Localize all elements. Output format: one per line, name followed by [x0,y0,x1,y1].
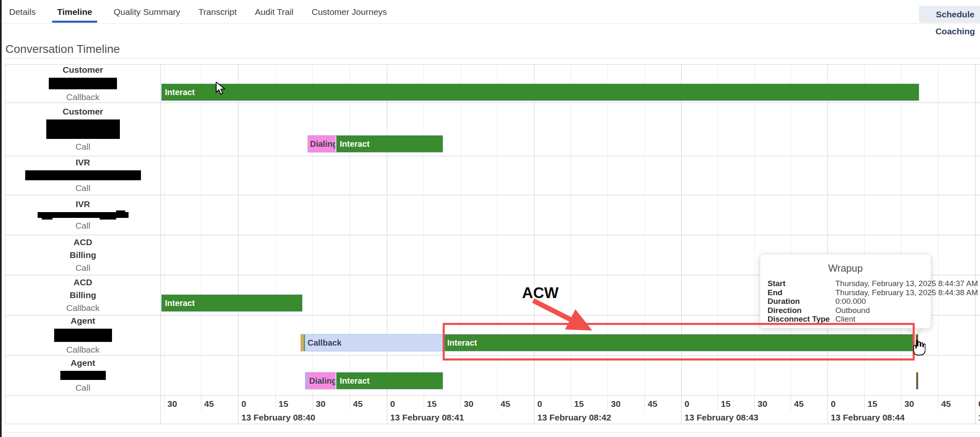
axis-tick-line [938,395,938,410]
axis-tick-line [864,395,865,410]
segment-dialing-dialing[interactable]: Dialing [308,135,336,153]
segment-dialing-dialing[interactable]: Dialing [307,372,336,389]
axis-tick-line [350,395,350,410]
axis-tick-label: 45 [794,399,804,409]
media-type-label: Callback [66,92,100,102]
tooltip-field-value: Thursday, February 13, 2025 8:44:37 AM [835,279,978,288]
redacted-participant-name [38,212,129,218]
segment-label: Interact [162,298,195,308]
axis-tick-line [238,395,238,424]
axis-tick-label: 30 [464,399,473,409]
conversation-detail-page: DetailsTimelineQuality SummaryTranscript… [0,0,980,437]
axis-tick-line [497,395,498,410]
media-type-label: Call [75,142,90,152]
segment-wrapup[interactable] [916,372,918,389]
segment-alerting[interactable] [300,334,303,351]
media-type-label: Call [75,221,90,231]
axis-tick-label: 45 [501,399,510,409]
tooltip-row: DirectionOutbound [768,306,923,315]
tooltip-field-value: Thursday, February 13, 2025 8:44:38 AM [835,288,978,297]
gridline [238,64,238,395]
media-type-label: Call [75,183,90,193]
wrapup-tooltip: Wrapup StartThursday, February 13, 2025 … [760,254,931,329]
axis-tick-label: 15 [868,399,877,409]
mouse-cursor-icon [215,82,226,95]
row-label-acd-billing-callback: ACDBillingCallback [5,275,160,315]
tooltip-row: Disconnect TypeClient [768,315,923,324]
tooltip-field-label: Duration [768,297,835,306]
tooltip-row: StartThursday, February 13, 2025 8:44:37… [768,279,923,288]
gridline [201,64,201,395]
row-label-customer-callback: CustomerCallback [5,64,160,103]
axis-tick-label: 0 [978,399,980,409]
axis-date-label: 13 February 08:44 [831,413,905,423]
participant-name: ACD [74,237,93,247]
axis-tick-label: 30 [904,399,914,409]
axis-tick-line [901,395,901,410]
tooltip-field-label: End [768,288,835,297]
participant-name: Billing [69,250,96,260]
axis-tick-line [827,395,828,424]
axis-tick-label: 0 [241,399,246,409]
participant-name: ACD [74,277,93,287]
row-label-agent-call: AgentCall [5,355,160,395]
segment-interact-interact[interactable]: Interact [161,84,919,101]
redacted-text-fragment [100,217,116,220]
segment-interact-interact[interactable]: Interact [336,372,443,389]
tooltip-field-value: 0:00.000 [835,297,866,306]
table-border [160,64,161,424]
segment-label: Interact [444,338,477,348]
axis-tick-label: 30 [316,399,325,409]
participant-name: Billing [69,290,96,300]
axis-tick-label: 30 [167,399,177,409]
participant-name: Customer [62,65,103,75]
tooltip-row: Duration0:00.000 [768,297,923,306]
axis-tick-label: 30 [611,399,620,409]
axis-tick-label: 15 [574,399,584,409]
media-type-label: Call [75,263,90,273]
segment-label: Dialing [307,376,336,386]
axis-tick-line [608,395,608,410]
axis-date-label: 13 February 08:40 [241,413,315,423]
axis-tick-label: 45 [941,399,951,409]
segment-label: Callback [305,338,341,348]
redacted-text-fragment [42,217,52,220]
segment-interact-interact[interactable]: Interact [161,294,303,312]
participant-name: Agent [71,316,95,326]
axis-tick-label: 45 [204,399,214,409]
segment-callback-callback[interactable]: Callback [305,334,443,351]
axis-tick-line [754,395,755,410]
segment-label: Dialing [308,139,336,149]
segment-interact-interact[interactable]: Interact [444,334,915,351]
axis-tick-line [201,395,201,410]
axis-tick-line [681,395,682,424]
axis-tick-label: 0 [684,399,689,409]
tooltip-row: EndThursday, February 13, 2025 8:44:38 A… [768,288,923,297]
segment-label: Interact [162,88,195,97]
media-type-label: Callback [66,345,100,355]
hand-cursor-icon [911,339,925,356]
tooltip-title: Wrapup [768,263,923,274]
participant-name: Customer [62,107,103,117]
row-label-customer-call: CustomerCall [5,103,160,156]
gridline [975,64,975,395]
axis-tick-line [571,395,571,410]
gridline [164,64,165,395]
segment-label: Interact [336,376,370,386]
tooltip-field-value: Client [835,315,856,324]
axis-tick-line [275,395,276,410]
participant-name: IVR [76,199,90,209]
axis-tick-line [534,395,534,424]
media-type-label: Callback [66,303,100,313]
axis-date-label: 13 February 08:41 [390,413,464,423]
redacted-participant-name [46,119,120,139]
axis-tick-line [644,395,645,410]
axis-tick-label: 15 [721,399,730,409]
tooltip-field-value: Outbound [835,306,870,315]
segment-interact-interact[interactable]: Interact [336,135,443,153]
conversation-timeline-chart: 3045013 February 08:40153045013 February… [0,0,980,437]
row-label-acd-billing-call: ACDBillingCall [5,235,160,275]
axis-tick-line [164,395,165,410]
axis-tick-label: 45 [648,399,657,409]
participant-name: IVR [76,158,90,167]
